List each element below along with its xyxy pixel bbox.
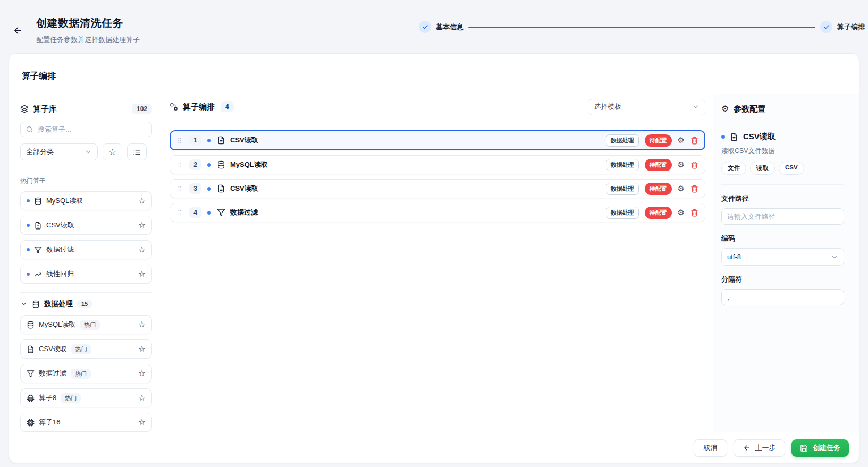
operator-search-input[interactable] (20, 122, 152, 137)
list-icon (133, 148, 141, 156)
parameter-config-title: 参数配置 (734, 104, 765, 114)
delimiter-input[interactable] (721, 289, 844, 305)
star-icon[interactable]: ☆ (138, 245, 146, 254)
pipeline-header: 算子编排 4 选择模板 (170, 98, 705, 115)
library-item-data-filter[interactable]: 数据过滤 热门 ☆ (20, 364, 152, 383)
template-select[interactable]: 选择模板 (588, 99, 705, 115)
library-item-mysql-read[interactable]: MySQL读取 ☆ (20, 191, 152, 210)
filter-icon (217, 208, 225, 217)
library-item-csv-read[interactable]: CSV读取 ☆ (20, 216, 152, 235)
orchestration-card: 算子编排 算子库 102 全部分类 (9, 53, 859, 463)
selected-operator-description: 读取CSV文件数据 (721, 147, 844, 156)
file-path-input[interactable] (721, 208, 844, 225)
database-icon (217, 160, 225, 169)
tag: CSV (779, 162, 804, 175)
step-basic-info[interactable]: 基本信息 (419, 21, 464, 33)
file-icon (217, 184, 225, 193)
pipeline-row-2-mysql-read[interactable]: 2 MySQL读取 数据处理 待配置 ⚙ (170, 155, 705, 174)
category-select-value: 全部分类 (26, 147, 54, 157)
row-actions: 数据处理 待配置 ⚙ (606, 159, 698, 171)
save-icon (800, 444, 808, 452)
drag-handle-icon[interactable] (176, 136, 183, 145)
database-icon (34, 197, 42, 205)
row-operator-name: 数据过滤 (230, 208, 258, 217)
pipeline-row-4-data-filter[interactable]: 4 数据过滤 数据处理 待配置 ⚙ (170, 203, 705, 222)
configure-button[interactable]: ⚙ (678, 137, 685, 145)
file-icon (730, 133, 738, 141)
status-badge: 待配置 (645, 183, 672, 195)
create-task-button[interactable]: 创建任务 (791, 439, 849, 457)
trash-icon (690, 209, 698, 217)
star-icon[interactable]: ☆ (138, 270, 146, 278)
delete-button[interactable] (690, 209, 698, 217)
trend-icon (34, 270, 42, 278)
star-icon[interactable]: ☆ (138, 345, 146, 353)
library-item-operator-16[interactable]: 算子16 ☆ (20, 413, 152, 432)
configure-button[interactable]: ⚙ (678, 209, 685, 217)
filter-row: 全部分类 ☆ (20, 143, 152, 160)
trash-icon (690, 161, 698, 169)
operator-name: 数据过滤 (39, 369, 66, 378)
check-icon (823, 24, 830, 30)
operator-name: MySQL读取 (46, 196, 83, 206)
database-icon (27, 321, 35, 329)
list-view-button[interactable] (127, 143, 147, 160)
encoding-select[interactable]: utf-8 (721, 248, 844, 266)
cancel-button[interactable]: 取消 (694, 439, 727, 457)
status-badge: 待配置 (645, 207, 672, 219)
library-header: 算子库 102 (20, 103, 152, 115)
file-icon (217, 136, 225, 145)
check-icon (422, 24, 428, 30)
category-group-data-processing[interactable]: 数据处理 15 (20, 299, 152, 309)
configure-button[interactable]: ⚙ (678, 161, 685, 169)
status-dot (721, 135, 725, 139)
step-label: 算子编排 (837, 22, 865, 32)
chevron-down-icon (20, 300, 28, 308)
pipeline-count-badge: 4 (221, 101, 234, 112)
operator-name: CSV读取 (46, 220, 74, 230)
library-item-csv-read[interactable]: CSV读取 热门 ☆ (20, 339, 152, 359)
step-connector (468, 27, 815, 28)
star-icon[interactable]: ☆ (138, 394, 146, 402)
parameter-config-panel: ⚙ 参数配置 CSV读取 读取CSV文件数据 文件 读取 CSV 文件路径 (713, 94, 859, 432)
drag-handle-icon[interactable] (176, 208, 183, 217)
configure-button[interactable]: ⚙ (678, 185, 685, 193)
page-header: 创建数据清洗任务 配置任务参数并选择数据处理算子 基本信息 算子编排 (0, 0, 868, 53)
library-item-operator-8[interactable]: 算子8 热门 ☆ (20, 388, 152, 407)
library-item-mysql-read[interactable]: MySQL读取 热门 ☆ (20, 315, 152, 334)
gear-icon: ⚙ (678, 161, 685, 169)
delete-button[interactable] (690, 137, 698, 145)
star-icon[interactable]: ☆ (138, 197, 146, 205)
star-icon[interactable]: ☆ (138, 320, 146, 329)
row-operator-name: MySQL读取 (230, 160, 268, 169)
gear-icon: ⚙ (678, 209, 685, 217)
delete-button[interactable] (690, 185, 698, 193)
delete-button[interactable] (690, 161, 698, 169)
tag: 读取 (750, 162, 775, 175)
divider (20, 169, 152, 169)
divider (721, 184, 844, 185)
row-index-badge: 3 (189, 183, 201, 194)
drag-handle-icon[interactable] (176, 184, 183, 193)
favorites-filter-button[interactable]: ☆ (103, 143, 122, 160)
pipeline-row-3-csv-read[interactable]: 3 CSV读取 数据处理 待配置 ⚙ (170, 179, 705, 198)
library-item-data-filter[interactable]: 数据过滤 ☆ (20, 240, 152, 259)
category-select[interactable]: 全部分类 (20, 143, 98, 160)
star-icon[interactable]: ☆ (138, 221, 146, 230)
star-icon[interactable]: ☆ (138, 369, 146, 378)
status-badge: 待配置 (645, 159, 672, 171)
gear-icon: ⚙ (678, 137, 685, 145)
previous-step-button[interactable]: 上一步 (734, 439, 785, 457)
library-item-linear-regression[interactable]: 线性回归 ☆ (20, 265, 152, 284)
step-operator-orchestration[interactable]: 算子编排 (820, 21, 865, 33)
drag-handle-icon[interactable] (176, 160, 183, 169)
category-badge: 数据处理 (606, 134, 639, 147)
hot-operators-label: 热门算子 (20, 176, 152, 185)
chevron-down-icon (85, 148, 92, 156)
status-dot (27, 199, 30, 202)
back-button[interactable] (11, 23, 24, 37)
status-dot (27, 224, 30, 227)
library-title: 算子库 (33, 104, 57, 114)
pipeline-row-1-csv-read[interactable]: 1 CSV读取 数据处理 待配置 ⚙ (170, 130, 705, 150)
star-icon[interactable]: ☆ (138, 418, 146, 427)
